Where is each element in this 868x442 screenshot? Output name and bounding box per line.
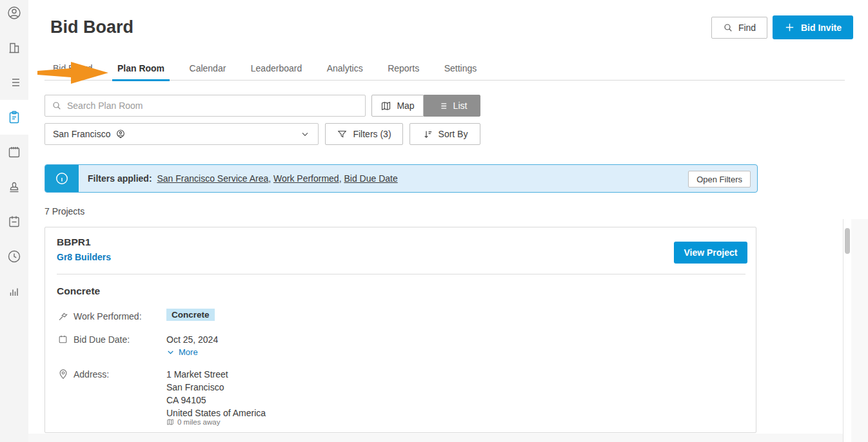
sidebar-item-history[interactable] [0, 239, 28, 274]
find-button-label: Find [738, 23, 756, 33]
funnel-icon [337, 129, 348, 140]
results-count: 7 Projects [44, 206, 84, 216]
filters-applied-prefix: Filters applied: [88, 173, 152, 184]
list-icon [437, 101, 448, 111]
sort-icon [422, 129, 433, 140]
notepad-icon [6, 214, 22, 229]
sidebar-item-approvals[interactable] [0, 169, 28, 204]
bid-invite-button-label: Bid Invite [801, 23, 842, 33]
search-icon [52, 101, 62, 111]
buildings-icon [6, 40, 22, 55]
tab-calendar[interactable]: Calendar [184, 63, 232, 81]
project-card: BBPR1 Gr8 Builders View Project Concrete… [44, 227, 756, 433]
address-line: 1 Market Street [166, 368, 266, 381]
more-link[interactable]: More [166, 347, 198, 357]
tab-leaderboard[interactable]: Leaderboard [246, 63, 307, 81]
page-right-margin [851, 219, 868, 442]
project-company-link[interactable]: Gr8 Builders [57, 252, 111, 262]
bar-chart-icon [6, 283, 22, 299]
clock-icon [6, 249, 22, 264]
sidebar-item-companies[interactable] [0, 30, 28, 65]
filters-button[interactable]: Filters (3) [325, 123, 403, 145]
tab-bar: Bid Board Plan Room Calendar Leaderboard… [44, 62, 845, 81]
clipboard-icon [6, 110, 22, 125]
map-view-label: Map [397, 101, 414, 111]
distance-row: 0 miles away [166, 418, 220, 426]
card-divider [57, 274, 745, 274]
sidebar-item-opportunities[interactable] [0, 65, 28, 100]
sidebar-item-projects[interactable] [0, 204, 28, 239]
tab-analytics[interactable]: Analytics [322, 63, 368, 81]
sidebar [0, 0, 28, 442]
sort-by-label: Sort By [439, 129, 468, 139]
list-view-label: List [453, 101, 468, 111]
address-value: 1 Market Street San Francisco CA 94105 U… [166, 368, 266, 419]
bid-due-date-label: Bid Due Date: [74, 334, 130, 345]
sidebar-item-bid-board[interactable] [0, 100, 28, 135]
link-separator: , [268, 173, 273, 184]
filters-applied-text: Filters applied: San Francisco Service A… [88, 173, 398, 184]
more-link-label: More [179, 347, 198, 357]
bid-due-date-value: Oct 25, 2024 [166, 334, 218, 345]
list-right-border [843, 219, 843, 442]
vertical-scrollbar[interactable] [845, 228, 850, 254]
hammer-icon [57, 311, 69, 322]
tab-bid-board[interactable]: Bid Board [48, 63, 97, 81]
filters-applied-banner: Filters applied: San Francisco Service A… [44, 164, 758, 193]
info-icon [55, 171, 69, 186]
info-icon-block [45, 164, 79, 193]
page-title: Bid Board [50, 17, 133, 37]
office-location-icon [115, 129, 126, 139]
map-icon [380, 101, 391, 111]
location-pin-icon [57, 369, 69, 380]
calendar-icon [6, 144, 22, 160]
filter-link-service-area[interactable]: San Francisco Service Area [157, 173, 268, 184]
address-line: United States of America [166, 407, 266, 419]
trade-badge: Concrete [166, 309, 215, 321]
stamp-icon [6, 179, 22, 195]
search-icon [723, 23, 733, 33]
plan-room-search [44, 95, 366, 117]
list-background [28, 434, 843, 442]
tab-plan-room[interactable]: Plan Room [112, 63, 170, 81]
chevron-down-icon [166, 348, 175, 356]
tab-settings[interactable]: Settings [439, 63, 482, 81]
filter-link-bid-due-date[interactable]: Bid Due Date [344, 173, 397, 184]
sort-by-button[interactable]: Sort By [409, 123, 480, 145]
list-view-button[interactable]: List [424, 95, 480, 117]
tab-reports[interactable]: Reports [382, 63, 424, 81]
location-filter-select[interactable]: San Francisco [44, 123, 319, 145]
find-button[interactable]: Find [711, 17, 767, 39]
sidebar-item-calendar[interactable] [0, 135, 28, 169]
user-circle-icon [6, 5, 22, 21]
address-label: Address: [74, 369, 109, 380]
plus-icon [784, 22, 795, 33]
filter-link-work-performed[interactable]: Work Performed [273, 173, 339, 184]
distance-label: 0 miles away [177, 418, 220, 426]
view-project-button[interactable]: View Project [674, 242, 747, 264]
search-input[interactable] [67, 101, 359, 111]
open-filters-button[interactable]: Open Filters [688, 171, 751, 187]
sidebar-item-analytics[interactable] [0, 274, 28, 309]
work-performed-value: Concrete [166, 309, 215, 321]
sidebar-item-account[interactable] [0, 0, 28, 30]
map-icon [166, 418, 174, 426]
chevron-down-icon [300, 129, 310, 139]
bid-invite-button[interactable]: Bid Invite [773, 15, 853, 39]
calendar-icon [57, 334, 68, 345]
location-filter-value: San Francisco [53, 129, 110, 139]
work-performed-label: Work Performed: [74, 311, 142, 322]
address-line: CA 94105 [166, 394, 266, 407]
project-code: BBPR1 [57, 236, 91, 248]
bulleted-list-icon [6, 75, 22, 90]
trade-title: Concrete [57, 285, 100, 297]
filters-button-label: Filters (3) [353, 129, 391, 139]
map-view-button[interactable]: Map [371, 95, 424, 117]
address-line: San Francisco [166, 381, 266, 394]
